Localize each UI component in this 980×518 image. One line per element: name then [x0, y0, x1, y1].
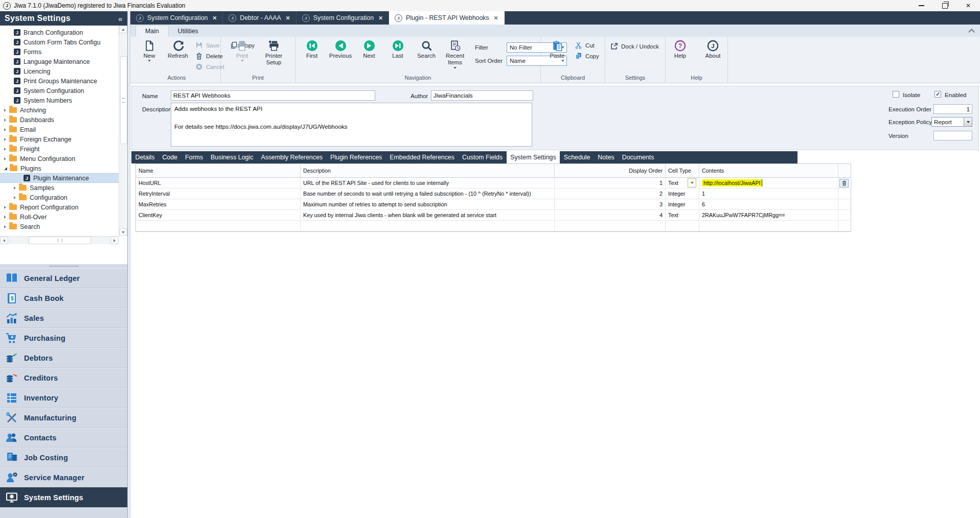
cell-cell-type[interactable]: Text — [666, 210, 699, 220]
tree-item-forms[interactable]: JForms — [0, 47, 119, 57]
cell-contents[interactable] — [699, 221, 838, 231]
cell-description[interactable]: URL of the REST API Site - used for clie… — [301, 178, 555, 188]
sidebar-collapse-icon[interactable]: « — [118, 14, 123, 23]
tree-item-foreign-exchange[interactable]: Foreign Exchange — [0, 134, 119, 144]
column-header-description[interactable]: Description — [301, 164, 555, 177]
print-button[interactable]: Print — [229, 39, 256, 75]
tree-item-licencing[interactable]: JLicencing — [0, 66, 119, 76]
copy-clipboard-button[interactable]: Copy — [572, 51, 602, 61]
expand-arrow-icon[interactable] — [14, 186, 16, 190]
module-job-costing[interactable]: Job Costing — [0, 448, 127, 467]
paste-button[interactable]: Paste — [543, 39, 571, 75]
search-button[interactable]: Search — [413, 39, 440, 75]
expand-arrow-icon[interactable] — [4, 109, 6, 112]
scroll-right-button[interactable] — [110, 237, 119, 244]
cell-name[interactable]: MaxRetries — [136, 199, 301, 209]
scrollbar-thumb[interactable] — [29, 237, 91, 244]
cell-name[interactable] — [136, 221, 301, 231]
dropdown-button[interactable] — [964, 117, 972, 126]
refresh-button[interactable]: Refresh — [164, 39, 192, 75]
tree-item-plugins[interactable]: Plugins — [0, 163, 119, 173]
tree-item-custom-form-tabs[interactable]: JCustom Form Tabs Configu — [0, 37, 119, 47]
about-button[interactable]: J About — [699, 39, 727, 75]
description-field[interactable]: Adds webhooks to the REST API For detail… — [171, 103, 532, 147]
dock-undock-button[interactable]: Dock / Undock — [608, 41, 662, 52]
cell-cell-type[interactable]: Integer — [666, 189, 699, 199]
cell-cell-type[interactable] — [666, 221, 699, 231]
tab-close-icon[interactable]: ✕ — [212, 15, 217, 21]
cell-description[interactable] — [301, 221, 555, 231]
tree-item-system-numbers[interactable]: JSystem Numbers — [0, 96, 119, 105]
tree-item-samples[interactable]: Samples — [0, 183, 119, 193]
column-header-display-order[interactable]: Display Order — [555, 164, 666, 177]
tree-item-report-configuration[interactable]: Report Configuration — [0, 202, 119, 212]
tab-business-logic[interactable]: Business Logic — [207, 151, 257, 163]
tab-assembly-references[interactable]: Assembly References — [257, 151, 327, 163]
cell-description[interactable]: Key used by internal Jiwa clients - when… — [301, 210, 555, 220]
tree-item-search[interactable]: Search — [0, 222, 119, 231]
author-field[interactable] — [431, 90, 533, 101]
tree-vertical-scrollbar[interactable] — [119, 26, 127, 236]
tab-details[interactable]: Details — [131, 151, 158, 163]
module-debtors[interactable]: Debtors — [0, 348, 127, 368]
module-general-ledger[interactable]: General Ledger — [0, 268, 127, 288]
cell-contents[interactable]: http://localhost/JiwaAPI — [699, 178, 838, 188]
first-button[interactable]: First — [298, 39, 326, 75]
help-button[interactable]: ? Help — [667, 39, 694, 75]
cell-display-order[interactable]: 3 — [555, 199, 666, 209]
cell-name[interactable]: HostURL — [136, 178, 301, 188]
tab-plugin-references[interactable]: Plugin References — [326, 151, 385, 163]
new-button[interactable]: New — [135, 39, 163, 75]
delete-row-button[interactable] — [839, 179, 849, 187]
cell-description[interactable]: Maximum number of retries to attempt to … — [301, 199, 555, 209]
tree-item-email[interactable]: Email — [0, 125, 119, 134]
expand-arrow-icon[interactable] — [4, 148, 6, 151]
cell-cell-type[interactable]: Text — [666, 178, 699, 188]
cell-name[interactable]: RetryInterval — [136, 189, 301, 199]
tab-close-icon[interactable]: ✕ — [378, 15, 383, 21]
execution-order-field[interactable] — [933, 104, 972, 114]
expand-arrow-icon[interactable] — [4, 119, 6, 122]
tab-system-configuration-1[interactable]: JSystem Configuration✕ — [130, 11, 223, 25]
close-button[interactable]: ✕ — [956, 0, 980, 11]
scroll-down-button[interactable] — [119, 228, 127, 236]
isolate-checkbox[interactable] — [893, 91, 899, 98]
ribbon-tab-main[interactable]: Main — [135, 25, 169, 37]
tree-item-system-configuration[interactable]: JSystem Configuration — [0, 86, 119, 96]
column-header-name[interactable]: Name — [136, 164, 301, 177]
module-system-settings[interactable]: System Settings — [0, 487, 127, 507]
grid-row-retryinterval[interactable]: RetryInterval Base number of seconds to … — [136, 189, 851, 199]
tree-item-roll-over[interactable]: Roll-Over — [0, 212, 119, 222]
expand-arrow-icon[interactable] — [4, 206, 6, 209]
cell-name[interactable]: ClientKey — [136, 210, 301, 220]
expand-arrow-icon[interactable] — [4, 216, 6, 219]
tree-item-dashboards[interactable]: Dashboards — [0, 115, 119, 125]
column-header-cell-type[interactable]: Cell Type — [666, 164, 699, 177]
cell-cell-type[interactable]: Integer — [666, 199, 699, 209]
scroll-up-button[interactable] — [119, 26, 127, 33]
splitter-grip[interactable] — [0, 264, 127, 268]
tree-horizontal-scrollbar[interactable] — [0, 236, 119, 244]
grid-row-empty[interactable] — [136, 221, 851, 231]
scrollbar-thumb[interactable] — [120, 56, 127, 144]
tab-close-icon[interactable]: ✕ — [494, 15, 498, 21]
tab-embedded-references[interactable]: Embedded References — [386, 151, 459, 163]
cell-contents[interactable]: 6 — [699, 199, 838, 209]
cell-type-dropdown[interactable] — [688, 178, 696, 187]
tab-schedule[interactable]: Schedule — [560, 151, 594, 163]
collapse-arrow-icon[interactable] — [4, 167, 7, 170]
exception-policy-dropdown[interactable]: Report — [931, 117, 972, 127]
cell-contents[interactable]: 1 — [699, 189, 838, 199]
tab-custom-fields[interactable]: Custom Fields — [458, 151, 506, 163]
tree-item-plugin-maintenance[interactable]: JPlugin Maintenance — [0, 173, 119, 183]
tab-system-configuration-2[interactable]: JSystem Configuration✕ — [297, 11, 389, 25]
printer-setup-button[interactable]: Printer Setup — [260, 39, 288, 75]
module-cash-book[interactable]: $ Cash Book — [0, 288, 127, 308]
tree-item-archiving[interactable]: Archiving — [0, 105, 119, 115]
expand-arrow-icon[interactable] — [14, 196, 16, 199]
column-header-contents[interactable]: Contents — [699, 164, 838, 177]
cell-display-order[interactable] — [555, 221, 666, 231]
tab-system-settings[interactable]: System Settings — [507, 151, 560, 163]
cell-display-order[interactable]: 1 — [555, 178, 666, 188]
expand-arrow-icon[interactable] — [4, 138, 6, 141]
